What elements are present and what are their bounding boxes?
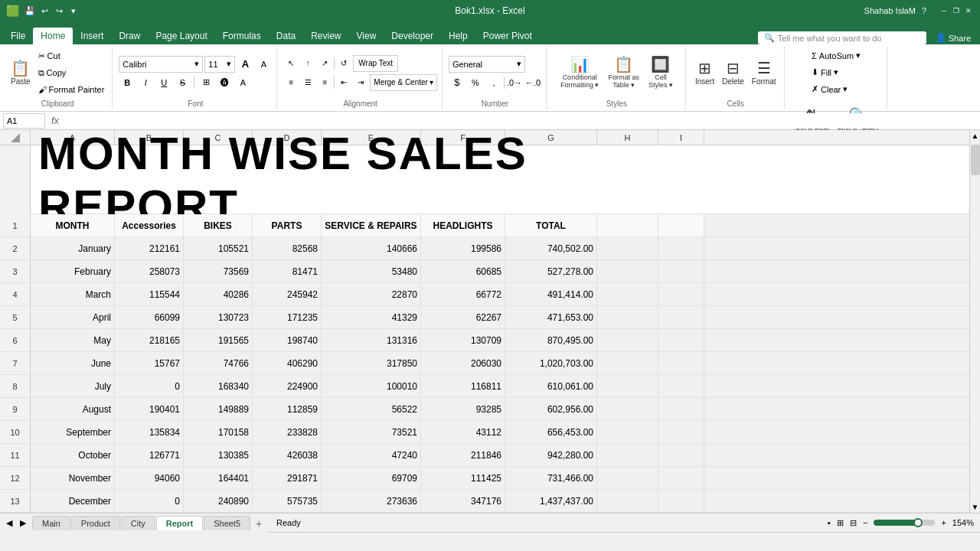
cell-parts-10[interactable]: 291871 <box>253 467 322 489</box>
cell-bikes-1[interactable]: 73569 <box>184 260 253 282</box>
cell-acc-9[interactable]: 126771 <box>115 444 184 466</box>
cell-month-1[interactable]: February <box>31 260 115 282</box>
font-grow-button[interactable]: A <box>237 57 253 72</box>
cell-total-1[interactable]: 527,278.00 <box>505 260 597 282</box>
tab-developer[interactable]: Developer <box>384 28 441 44</box>
underline-button[interactable]: U <box>155 75 172 90</box>
redo-icon[interactable]: ↪ <box>53 5 65 17</box>
bold-button[interactable]: B <box>119 75 136 90</box>
clear-button[interactable]: ✗ Clear ▾ <box>808 82 864 97</box>
paste-button[interactable]: 📋 Paste <box>8 51 34 94</box>
scroll-up-button[interactable]: ▲ <box>970 130 980 142</box>
align-center-button[interactable]: ☰ <box>300 76 315 90</box>
tab-draw[interactable]: Draw <box>111 28 148 44</box>
cell-acc-1[interactable]: 258073 <box>115 260 184 282</box>
italic-button[interactable]: I <box>137 75 154 90</box>
cell-head-4[interactable]: 130709 <box>421 329 505 351</box>
cell-parts-0[interactable]: 82568 <box>253 237 322 259</box>
tab-home[interactable]: Home <box>33 28 73 44</box>
cell-service-1[interactable]: 53480 <box>322 260 421 282</box>
strikethrough-button[interactable]: S <box>174 75 191 90</box>
cell-bikes-8[interactable]: 170158 <box>184 421 253 443</box>
currency-button[interactable]: $ <box>449 75 466 90</box>
scroll-down-button[interactable]: ▼ <box>970 501 980 513</box>
cell-parts-5[interactable]: 406290 <box>253 352 322 374</box>
cell-service-0[interactable]: 140666 <box>322 237 421 259</box>
autosum-button[interactable]: Σ AutoSum ▾ <box>808 48 864 64</box>
cell-head-3[interactable]: 62267 <box>421 306 505 328</box>
fill-color-button[interactable]: 🅐 <box>216 75 233 90</box>
cell-total-8[interactable]: 656,453.00 <box>505 421 597 443</box>
minimize-button[interactable]: ─ <box>939 5 949 16</box>
cell-total-4[interactable]: 870,495.00 <box>505 329 597 351</box>
cell-bikes-6[interactable]: 168340 <box>184 375 253 397</box>
vertical-scrollbar[interactable]: ▲ ▼ <box>969 130 980 513</box>
restore-button[interactable]: ❐ <box>951 5 962 16</box>
cell-total-5[interactable]: 1,020,703.00 <box>505 352 597 374</box>
tab-power-pivot[interactable]: Power Pivot <box>475 28 540 44</box>
cell-bikes-10[interactable]: 164401 <box>184 467 253 489</box>
cell-month-3[interactable]: April <box>31 306 115 328</box>
cell-service-6[interactable]: 100010 <box>322 375 421 397</box>
cell-acc-2[interactable]: 115544 <box>115 283 184 305</box>
cell-head-11[interactable]: 347176 <box>421 490 505 512</box>
merge-center-button[interactable]: Merge & Center ▾ <box>370 74 437 91</box>
cell-month-2[interactable]: March <box>31 283 115 305</box>
cell-service-2[interactable]: 22870 <box>322 283 421 305</box>
normal-view-button[interactable]: ▪ <box>828 518 831 527</box>
sheet-tab-product[interactable]: Product <box>71 516 120 530</box>
font-name-select[interactable]: Calibri ▾ <box>119 56 203 73</box>
cell-service-10[interactable]: 69709 <box>322 467 421 489</box>
cell-service-11[interactable]: 273636 <box>322 490 421 512</box>
tab-file[interactable]: File <box>3 28 33 44</box>
sheet-tab-city[interactable]: City <box>121 516 155 530</box>
fill-button[interactable]: ⬇ Fill ▾ <box>808 65 864 80</box>
header-bikes[interactable]: BIKES <box>184 214 253 236</box>
cell-total-10[interactable]: 731,466.00 <box>505 467 597 489</box>
cell-acc-5[interactable]: 15767 <box>115 352 184 374</box>
page-layout-button[interactable]: ⊞ <box>837 518 844 528</box>
cell-head-8[interactable]: 43112 <box>421 421 505 443</box>
header-total[interactable]: TOTAL <box>505 214 597 236</box>
cell-parts-3[interactable]: 171235 <box>253 306 322 328</box>
cell-parts-1[interactable]: 81471 <box>253 260 322 282</box>
cell-total-11[interactable]: 1,437,437.00 <box>505 490 597 512</box>
cell-month-10[interactable]: November <box>31 467 115 489</box>
font-color-button[interactable]: A <box>234 75 251 90</box>
cell-bikes-7[interactable]: 149889 <box>184 398 253 420</box>
cell-acc-0[interactable]: 212161 <box>115 237 184 259</box>
search-box[interactable]: 🔍 Tell me what you want to do <box>758 31 926 44</box>
align-top-right-button[interactable]: ↗ <box>317 57 332 70</box>
cell-parts-11[interactable]: 575735 <box>253 490 322 512</box>
zoom-out-button[interactable]: − <box>863 518 867 527</box>
cell-bikes-11[interactable]: 240890 <box>184 490 253 512</box>
cell-acc-7[interactable]: 190401 <box>115 398 184 420</box>
cell-acc-11[interactable]: 0 <box>115 490 184 512</box>
cell-month-5[interactable]: June <box>31 352 115 374</box>
number-format-select[interactable]: General ▾ <box>449 56 525 73</box>
cell-parts-9[interactable]: 426038 <box>253 444 322 466</box>
page-break-button[interactable]: ⊟ <box>850 518 857 528</box>
cell-bikes-0[interactable]: 105521 <box>184 237 253 259</box>
cell-month-9[interactable]: October <box>31 444 115 466</box>
header-headlights[interactable]: HEADLIGHTS <box>421 214 505 236</box>
close-button[interactable]: ✕ <box>963 5 974 16</box>
title-cell[interactable]: MONTH WISE SALES REPORT <box>31 145 704 214</box>
zoom-in-button[interactable]: + <box>941 518 946 527</box>
tab-help[interactable]: Help <box>441 28 475 44</box>
font-size-select[interactable]: 11 ▾ <box>204 56 235 73</box>
cell-head-0[interactable]: 199586 <box>421 237 505 259</box>
indent-more-button[interactable]: ⇥ <box>353 76 368 90</box>
cell-bikes-9[interactable]: 130385 <box>184 444 253 466</box>
cell-acc-10[interactable]: 94060 <box>115 467 184 489</box>
delete-cells-button[interactable]: ⊟ Delete <box>719 51 747 94</box>
cell-head-9[interactable]: 211846 <box>421 444 505 466</box>
cell-service-5[interactable]: 317850 <box>322 352 421 374</box>
scroll-thumb[interactable] <box>971 145 980 175</box>
align-left-button[interactable]: ≡ <box>283 76 299 90</box>
indent-less-button[interactable]: ⇤ <box>336 76 351 90</box>
scroll-tabs-left[interactable]: ◀ <box>3 517 15 530</box>
rotate-text-button[interactable]: ↺ <box>336 57 351 70</box>
share-button[interactable]: 👤 Share <box>936 33 971 43</box>
cell-parts-6[interactable]: 224900 <box>253 375 322 397</box>
